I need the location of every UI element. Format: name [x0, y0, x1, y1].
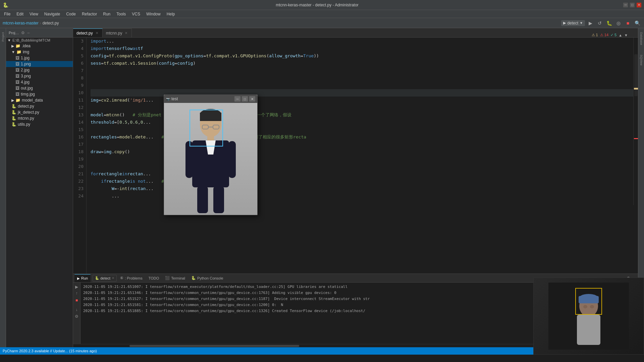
tree-label: utils.py [18, 122, 30, 127]
tab-mtcnn-py[interactable]: mtcnn.py ✕ [103, 28, 132, 37]
tree-1png[interactable]: 🖼 1.png [6, 61, 73, 67]
tree-1jpg[interactable]: 🖼 1.jpg [6, 55, 73, 61]
menu-edit[interactable]: Edit [14, 11, 26, 17]
run-config-close[interactable]: ✕ [112, 276, 114, 280]
menu-tools[interactable]: Tools [114, 11, 128, 17]
menu-help[interactable]: Help [164, 11, 178, 17]
database-panel-label[interactable]: Database [640, 31, 643, 47]
menu-refactor[interactable]: Refactor [79, 11, 100, 17]
tree-idea[interactable]: ▶ 📁 .idea [6, 43, 73, 49]
menu-file[interactable]: File [1, 11, 13, 17]
scroll-up[interactable]: ▲ [619, 33, 622, 37]
panel-title: Proj… [9, 31, 19, 35]
tree-jk-detect[interactable]: 🐍 jk_detect.py [6, 109, 73, 115]
search-button[interactable]: 🔍 [633, 19, 641, 27]
root-label: E:\B_Bubbliiiing\MTCM [12, 38, 50, 42]
svg-rect-6 [197, 186, 208, 213]
ok-count: ✓ 5 [610, 33, 616, 37]
breadcrumb-sep-1: › [40, 21, 41, 25]
problems-icon: ⑥ [120, 276, 123, 280]
tree-label: 4.jpg [21, 80, 30, 84]
title-bar: 🐍 mtcnn-keras-master - detect.py - Admin… [0, 0, 644, 10]
tree-model-data[interactable]: ▶ 📁 model_data [6, 97, 73, 103]
tab-close-mtcnn[interactable]: ✕ [124, 31, 128, 35]
python-icon: 🐍 [191, 276, 196, 280]
menu-window[interactable]: Window [144, 11, 163, 17]
panel-collapse[interactable]: – [27, 30, 31, 36]
tab-close-detect[interactable]: ✕ [95, 31, 99, 35]
menu-navigate[interactable]: Navigate [42, 11, 63, 17]
tree-root[interactable]: ▼ E:\B_Bubbliiiing\MTCM [6, 38, 73, 43]
code-line: sess = tf.compat.v1.Session(config=confi… [91, 60, 638, 67]
run-config-icon: 🐍 [95, 276, 99, 280]
menu-view[interactable]: View [27, 11, 41, 17]
run-config-selector[interactable]: ▶ detect ▼ [561, 20, 585, 26]
tree-label: out.jpg [21, 86, 33, 90]
code-line: import tensorflow as tf [91, 45, 638, 52]
tab-label: mtcnn.py [106, 31, 122, 36]
breadcrumb: mtcnn-keras-master › detect.py [3, 21, 59, 25]
code-line: config = tf.compat.v1.ConfigProto(gpu_op… [91, 52, 638, 60]
webcam-face-detection-box [575, 288, 602, 315]
update-notice[interactable]: PyCharm 2020.2.3 available // Update... … [3, 349, 97, 353]
sq-view-panel-label[interactable]: SQView [640, 53, 643, 67]
left-panel-icons: Project [0, 28, 6, 347]
menu-run[interactable]: Run [100, 11, 113, 17]
rerun-icon[interactable]: ↓ [74, 291, 80, 297]
tree-2jpg[interactable]: 🖼 2.jpg [6, 67, 73, 73]
scroll-to-end-icon[interactable]: ↓ [74, 307, 80, 313]
tree-mtcnn[interactable]: 🐍 mtcnn.py [6, 115, 73, 121]
tree-outjpg[interactable]: 🖼 out.jpg [6, 85, 73, 91]
tab-python-console[interactable]: 🐍 Python Console [189, 274, 226, 282]
menu-code[interactable]: Code [63, 11, 78, 17]
tree-img[interactable]: ▼ 📁 img [6, 49, 73, 55]
stop-button[interactable]: ■ [624, 19, 632, 27]
code-line [91, 82, 638, 89]
maximize-button[interactable]: □ [630, 3, 635, 7]
run-coverage-button[interactable]: ◎ [614, 19, 623, 27]
tree-label: .idea [22, 44, 31, 48]
tree-label: mtcnn.py [18, 116, 34, 121]
tree-label: 1.jpg [21, 56, 30, 60]
code-area[interactable]: 3 4 5 6 7 8 9 10 11 12 13 14 15 16 [73, 38, 638, 274]
svg-rect-7 [213, 186, 224, 213]
run-button[interactable]: ▶ [586, 19, 594, 27]
tab-todo[interactable]: TODO [146, 274, 162, 282]
panel-settings[interactable]: ⚙ [20, 30, 25, 36]
minimize-button[interactable]: ─ [623, 3, 628, 7]
debug-button[interactable]: 🐛 [605, 19, 613, 27]
settings-icon[interactable]: ⚙ [74, 313, 80, 319]
run-icon: ▶ [77, 277, 80, 280]
project-breadcrumb[interactable]: mtcnn-keras-master [3, 21, 39, 25]
line-numbers: 3 4 5 6 7 8 9 10 11 12 13 14 15 16 [73, 38, 87, 274]
tab-terminal[interactable]: ⬛ Terminal [162, 274, 188, 282]
menu-vcs[interactable]: VCS [129, 11, 143, 17]
rerun-button[interactable]: ↺ [596, 19, 604, 27]
project-tree: ▼ E:\B_Bubbliiiing\MTCM ▶ 📁 .idea ▼ 📁 im… [6, 38, 73, 347]
run-side-icons: ▶ ↓ ■ ↓ ⚙ [73, 283, 80, 344]
float-close[interactable]: ✕ [249, 96, 255, 102]
tab-run[interactable]: ▶ Run [74, 274, 91, 282]
tree-detect-py[interactable]: 🐍 detect.py [6, 103, 73, 109]
float-content [164, 103, 257, 215]
tab-problems[interactable]: ⑥ : Problems [117, 274, 145, 282]
scroll-down[interactable]: ▼ [624, 33, 628, 37]
run-again-icon[interactable]: ▶ [74, 284, 80, 290]
tree-3png[interactable]: 🖼 3.png [6, 73, 73, 79]
project-panel-label[interactable]: Project [1, 31, 5, 43]
run-config-tab[interactable]: 🐍 detect ✕ [93, 275, 117, 282]
float-minimize[interactable]: ─ [234, 96, 240, 102]
tree-timg[interactable]: 🖼 timg.jpg [6, 91, 73, 97]
tree-label: img [23, 50, 29, 54]
tree-4jpg[interactable]: 🖼 4.jpg [6, 79, 73, 85]
tab-detect-py[interactable]: detect.py ✕ [73, 28, 103, 37]
float-maximize[interactable]: □ [242, 96, 248, 102]
toolbar: mtcnn-keras-master › detect.py ▶ detect … [0, 18, 644, 28]
file-breadcrumb[interactable]: detect.py [43, 21, 59, 25]
warning-indicators: ⚠ 1 ⚠ 14 ✓ 5 ▲ ▼ [592, 33, 638, 37]
stop-icon[interactable]: ■ [74, 297, 80, 303]
close-button[interactable]: ✕ [637, 3, 641, 7]
tree-label: detect.py [18, 104, 34, 109]
tree-utils[interactable]: 🐍 utils.py [6, 121, 73, 127]
warning-count: ⚠ 1 [592, 33, 598, 37]
